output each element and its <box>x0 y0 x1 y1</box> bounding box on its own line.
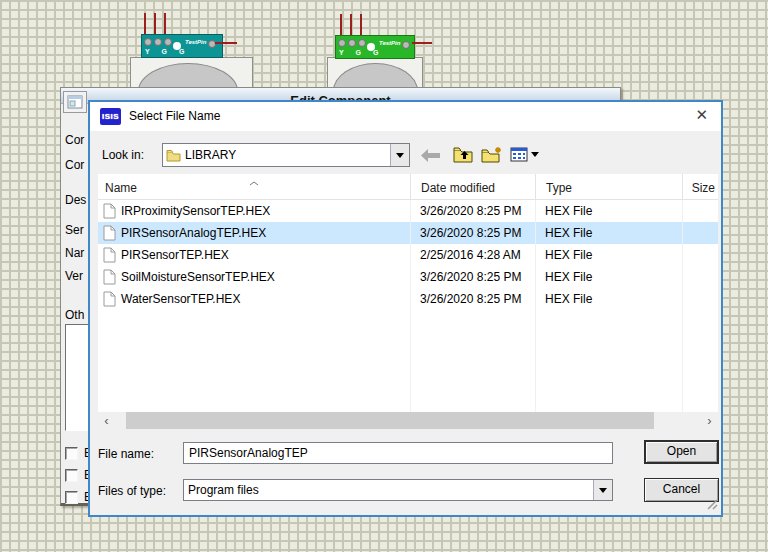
file-date: 3/26/2020 8:25 PM <box>410 204 535 218</box>
isis-logo-icon: ISIS <box>100 108 121 125</box>
file-type: HEX File <box>535 292 682 306</box>
column-header-date-modified[interactable]: Date modified <box>410 174 535 199</box>
list-header: Name Date modified Type Size <box>98 174 718 200</box>
open-button[interactable]: Open <box>644 440 719 464</box>
checkbox[interactable] <box>65 447 78 460</box>
pin-pad <box>358 39 366 47</box>
column-separator <box>410 200 411 412</box>
file-icon <box>103 247 116 263</box>
pin-pad <box>144 38 152 46</box>
field-label-fragment: Oth <box>65 308 84 322</box>
new-folder-icon[interactable] <box>481 146 503 166</box>
pin-labels: Y G G <box>339 49 383 56</box>
window-form-icon <box>67 95 83 109</box>
isis-schematic-canvas: Y G G TestPin Y G G TestPin Edit Compone… <box>0 0 768 552</box>
back-arrow-icon[interactable] <box>421 149 440 165</box>
board-dot <box>173 42 181 50</box>
view-menu-icon[interactable] <box>510 147 528 165</box>
file-name: PIRSensorTEP.HEX <box>121 248 229 262</box>
board-dot <box>367 43 375 51</box>
select-file-name-dialog: ISIS Select File Name ✕ Look in: LIBRARY <box>88 100 723 517</box>
file-type: HEX File <box>535 226 682 240</box>
field-label-fragment: Des <box>65 193 86 207</box>
file-icon <box>103 203 116 219</box>
view-menu-dropdown-arrow[interactable] <box>531 152 539 157</box>
file-type: HEX File <box>535 270 682 284</box>
file-row[interactable]: PIRSensorTEP.HEX 2/25/2016 4:28 AM HEX F… <box>98 244 718 266</box>
files-of-type-dropdown-button[interactable] <box>593 480 612 500</box>
column-header-name[interactable]: Name <box>98 174 410 199</box>
scrollbar-thumb[interactable] <box>126 412 654 429</box>
wire <box>215 42 237 44</box>
checkbox[interactable] <box>65 491 78 504</box>
file-icon <box>103 269 116 285</box>
scroll-left-icon[interactable]: ‹ <box>98 412 115 429</box>
dialog-title: Select File Name <box>129 109 220 123</box>
look-in-combobox[interactable]: LIBRARY <box>162 143 410 167</box>
file-name: IRProximitySensorTEP.HEX <box>121 204 270 218</box>
up-one-level-icon[interactable] <box>453 146 473 166</box>
file-name: PIRSensorAnalogTEP.HEX <box>121 226 266 240</box>
field-label-fragment: Cor <box>65 158 84 172</box>
file-row[interactable]: WaterSensorTEP.HEX 3/26/2020 8:25 PM HEX… <box>98 288 718 310</box>
checkbox[interactable] <box>65 469 78 482</box>
file-row[interactable]: SoilMoistureSensorTEP.HEX 3/26/2020 8:25… <box>98 266 718 288</box>
sort-ascending-icon <box>249 175 259 189</box>
chevron-down-icon <box>396 153 404 158</box>
chevron-down-icon <box>531 152 539 157</box>
pin-pad <box>348 39 356 47</box>
field-label-fragment: Nar <box>65 246 84 260</box>
sensor-board: Y G G TestPin <box>141 34 223 58</box>
field-label-fragment: Ser <box>65 223 84 237</box>
file-icon <box>103 291 116 307</box>
field-label-fragment: Ver <box>65 269 83 283</box>
scroll-right-icon[interactable]: › <box>701 412 718 429</box>
file-name-label: File name: <box>98 447 154 461</box>
pir-lens-housing <box>130 57 253 91</box>
file-date: 3/26/2020 8:25 PM <box>410 292 535 306</box>
sensor-board: Y G G TestPin <box>335 35 415 59</box>
field-label-fragment: Cor <box>65 133 84 147</box>
file-name: WaterSensorTEP.HEX <box>121 292 240 306</box>
file-row-selected[interactable]: PIRSensorAnalogTEP.HEX 3/26/2020 8:25 PM… <box>98 222 718 244</box>
look-in-label: Look in: <box>102 148 144 162</box>
folder-icon <box>166 149 181 162</box>
pir-lens-housing <box>327 57 423 91</box>
dialog-titlebar[interactable]: ISIS Select File Name ✕ <box>90 102 721 131</box>
file-name: SoilMoistureSensorTEP.HEX <box>121 270 275 284</box>
file-name-input[interactable] <box>183 442 613 464</box>
column-separator <box>682 200 683 412</box>
testpin-label: TestPin <box>185 39 206 45</box>
file-icon <box>103 225 116 241</box>
pin-pad <box>164 38 172 46</box>
horizontal-scrollbar[interactable]: ‹ › <box>98 412 718 429</box>
look-in-value: LIBRARY <box>181 148 390 162</box>
file-type: HEX File <box>535 248 682 262</box>
column-header-type[interactable]: Type <box>535 174 682 199</box>
files-of-type-combobox[interactable]: Program files <box>183 479 613 501</box>
pin-pad <box>402 41 410 49</box>
column-separator <box>535 200 536 412</box>
testpin-label: TestPin <box>379 40 400 46</box>
file-date: 3/26/2020 8:25 PM <box>410 226 535 240</box>
file-list: Name Date modified Type Size IRProximity… <box>98 174 718 412</box>
files-of-type-label: Files of type: <box>98 484 166 498</box>
pin-labels: Y G G <box>145 48 189 55</box>
file-date: 3/26/2020 8:25 PM <box>410 270 535 284</box>
file-type: HEX File <box>535 204 682 218</box>
wire <box>412 42 432 44</box>
chevron-down-icon <box>599 488 607 493</box>
file-row[interactable]: IRProximitySensorTEP.HEX 3/26/2020 8:25 … <box>98 200 718 222</box>
list-rows: IRProximitySensorTEP.HEX 3/26/2020 8:25 … <box>98 200 718 310</box>
pin-pad <box>154 38 162 46</box>
close-icon[interactable]: ✕ <box>695 106 708 124</box>
look-in-dropdown-button[interactable] <box>390 144 409 166</box>
files-of-type-value: Program files <box>184 483 593 497</box>
resize-grip[interactable] <box>706 498 718 513</box>
file-date: 2/25/2016 4:28 AM <box>410 248 535 262</box>
pin-pad <box>338 39 346 47</box>
column-header-size[interactable]: Size <box>682 174 718 199</box>
form-icon-button[interactable] <box>63 91 87 113</box>
